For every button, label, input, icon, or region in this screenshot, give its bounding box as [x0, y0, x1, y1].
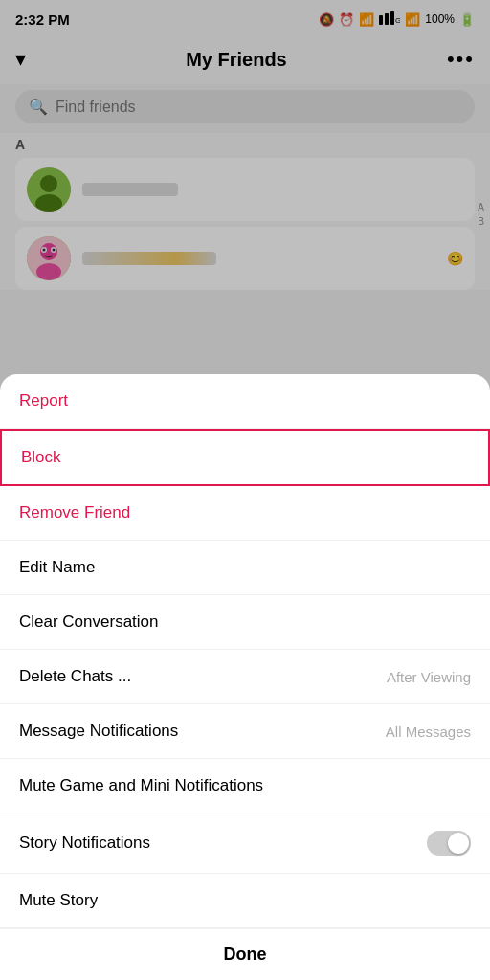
edit-name-button[interactable]: Edit Name [0, 541, 490, 595]
mute-story-button[interactable]: Mute Story [0, 874, 490, 928]
message-notifications-button[interactable]: Message Notifications All Messages [0, 704, 490, 759]
mute-story-label: Mute Story [19, 891, 98, 910]
delete-chats-value: After Viewing [387, 669, 471, 685]
message-notifications-label: Message Notifications [19, 722, 178, 741]
block-label: Block [21, 448, 61, 467]
story-notifications-label: Story Notifications [19, 834, 150, 853]
mute-game-label: Mute Game and Mini Notifications [19, 776, 263, 795]
edit-name-label: Edit Name [19, 558, 95, 577]
delete-chats-label: Delete Chats ... [19, 667, 131, 686]
remove-friend-button[interactable]: Remove Friend [0, 486, 490, 541]
done-label: Done [224, 945, 267, 964]
delete-chats-button[interactable]: Delete Chats ... After Viewing [0, 650, 490, 704]
clear-conversation-button[interactable]: Clear Conversation [0, 595, 490, 650]
toggle-knob [448, 833, 469, 854]
story-notifications-button[interactable]: Story Notifications [0, 813, 490, 874]
clear-conversation-label: Clear Conversation [19, 612, 159, 632]
report-label: Report [19, 391, 68, 411]
remove-friend-label: Remove Friend [19, 503, 130, 523]
mute-game-button[interactable]: Mute Game and Mini Notifications [0, 759, 490, 813]
block-button[interactable]: Block [0, 429, 490, 486]
message-notifications-value: All Messages [386, 724, 471, 740]
bottom-sheet: Report Block Remove Friend Edit Name Cle… [0, 374, 490, 980]
done-button[interactable]: Done [0, 928, 490, 980]
report-button[interactable]: Report [0, 374, 490, 429]
story-notifications-toggle[interactable] [427, 831, 471, 856]
